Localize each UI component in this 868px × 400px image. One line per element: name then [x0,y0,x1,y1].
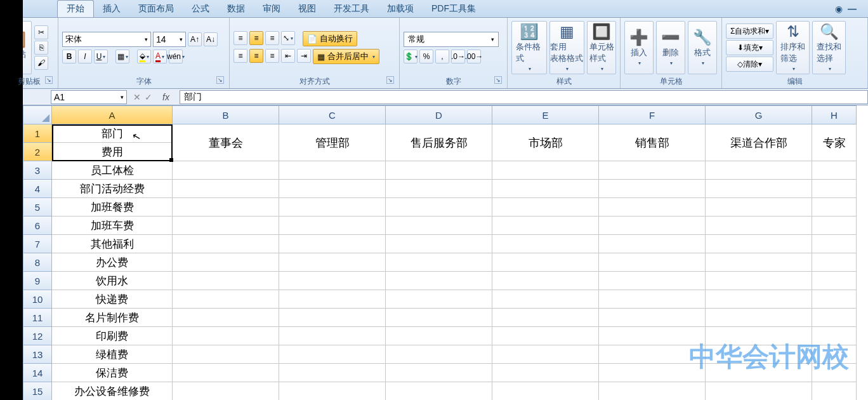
cell-G9[interactable] [706,272,812,290]
row-header-6[interactable]: 6 [23,217,52,235]
enter-icon[interactable]: ✓ [145,92,152,102]
currency-button[interactable]: 💲 [404,50,418,63]
cell-E11[interactable] [492,309,599,327]
minimize-ribbon-icon[interactable]: ― [848,4,857,14]
header-cell-B[interactable]: 董事会 [173,124,279,161]
row-header-12[interactable]: 12 [23,327,52,345]
cell-G10[interactable] [706,290,812,309]
cell-B3[interactable] [173,161,279,180]
cell-E8[interactable] [492,253,599,272]
cell-C12[interactable] [279,327,386,345]
cell-E15[interactable] [492,382,599,400]
cell-G5[interactable] [706,198,812,217]
cell-G4[interactable] [706,180,812,198]
font-color-button[interactable]: A [153,50,167,63]
tab-4[interactable]: 数据 [218,1,254,17]
col-header-H[interactable]: H [812,105,857,124]
align-center-button[interactable]: ≡ [249,49,263,63]
cell-D4[interactable] [386,180,492,198]
find-select-button[interactable]: 🔍查找和 选择 [812,21,846,74]
cell-A1[interactable]: 部门 [52,124,173,143]
cell-F9[interactable] [599,272,706,290]
insert-cells-button[interactable]: ➕插入 [624,21,654,74]
cell-A3[interactable]: 员工体检 [52,161,173,180]
cell-A4[interactable]: 部门活动经费 [52,180,173,198]
wrap-text-button[interactable]: 📄自动换行 [303,31,357,46]
cell-D13[interactable] [386,345,492,364]
cell-H6[interactable] [812,217,857,235]
cell-A13[interactable]: 绿植费 [52,345,173,364]
italic-button[interactable]: I [78,50,92,63]
align-launcher[interactable]: ↘ [386,76,394,84]
tab-7[interactable]: 开发工具 [325,1,378,17]
cell-D11[interactable] [386,309,492,327]
bold-button[interactable]: B [62,50,76,63]
orientation-button[interactable]: ⤡ [281,31,295,45]
tab-5[interactable]: 审阅 [254,1,289,17]
cell-B6[interactable] [173,217,279,235]
cell-H8[interactable] [812,253,857,272]
format-cells-button[interactable]: 🔧格式 [688,21,717,74]
fill-button[interactable]: ⬇ 填充 ▾ [726,40,773,55]
col-header-A[interactable]: A [52,105,173,124]
number-format-select[interactable]: 常规▾ [404,32,499,47]
cell-H5[interactable] [812,198,857,217]
merge-center-button[interactable]: ▦合并后居中 [313,49,379,64]
cell-B7[interactable] [173,235,279,253]
autosum-button[interactable]: Σ 自动求和 ▾ [726,23,773,39]
borders-button[interactable]: ▦ [115,50,129,63]
cell-C5[interactable] [279,198,386,217]
clear-button[interactable]: ◇ 清除 ▾ [726,57,773,72]
tab-9[interactable]: PDF工具集 [423,1,485,17]
cell-B12[interactable] [173,327,279,345]
cell-D7[interactable] [386,235,492,253]
cell-F10[interactable] [599,290,706,309]
row-header-11[interactable]: 11 [23,309,52,327]
sort-filter-button[interactable]: ⇅排序和 筛选 [776,21,810,74]
cell-A5[interactable]: 加班餐费 [52,198,173,217]
cell-D15[interactable] [386,382,492,400]
tab-8[interactable]: 加载项 [378,1,423,17]
cell-H7[interactable] [812,235,857,253]
header-cell-H[interactable]: 专家 [812,124,857,161]
cell-A14[interactable]: 保洁费 [52,364,173,382]
cell-E4[interactable] [492,180,599,198]
cell-B5[interactable] [173,198,279,217]
cell-C6[interactable] [279,217,386,235]
indent-inc-button[interactable]: ⇥ [297,49,311,63]
row-header-4[interactable]: 4 [23,180,52,198]
cell-G15[interactable] [706,382,812,400]
cell-A8[interactable]: 办公费 [52,253,173,272]
col-header-F[interactable]: F [599,105,706,124]
cell-E14[interactable] [492,364,599,382]
tab-2[interactable]: 页面布局 [129,1,183,17]
align-middle-button[interactable]: ≡ [249,31,263,45]
cell-C14[interactable] [279,364,386,382]
header-cell-F[interactable]: 销售部 [599,124,706,161]
cell-F3[interactable] [599,161,706,180]
row-header-1[interactable]: 1 [23,124,52,143]
align-right-button[interactable]: ≡ [265,49,279,63]
tab-1[interactable]: 插入 [94,1,129,17]
row-header-8[interactable]: 8 [23,253,52,272]
header-cell-D[interactable]: 售后服务部 [386,124,492,161]
cell-A7[interactable]: 其他福利 [52,235,173,253]
tab-3[interactable]: 公式 [183,1,218,17]
row-header-2[interactable]: 2 [23,143,52,161]
cell-F5[interactable] [599,198,706,217]
grow-font-button[interactable]: A↑ [188,32,202,46]
cell-A9[interactable]: 饮用水 [52,272,173,290]
clipboard-launcher[interactable]: ↘ [45,76,53,84]
tab-6[interactable]: 视图 [289,1,325,17]
cell-D10[interactable] [386,290,492,309]
header-cell-E[interactable]: 市场部 [492,124,599,161]
cell-F8[interactable] [599,253,706,272]
cell-C8[interactable] [279,253,386,272]
row-header-5[interactable]: 5 [23,198,52,217]
cell-E13[interactable] [492,345,599,364]
formula-input[interactable]: 部门 [180,90,868,104]
row-header-9[interactable]: 9 [23,272,52,290]
delete-cells-button[interactable]: ➖删除 [656,21,685,74]
header-cell-C[interactable]: 管理部 [279,124,386,161]
cell-G11[interactable] [706,309,812,327]
